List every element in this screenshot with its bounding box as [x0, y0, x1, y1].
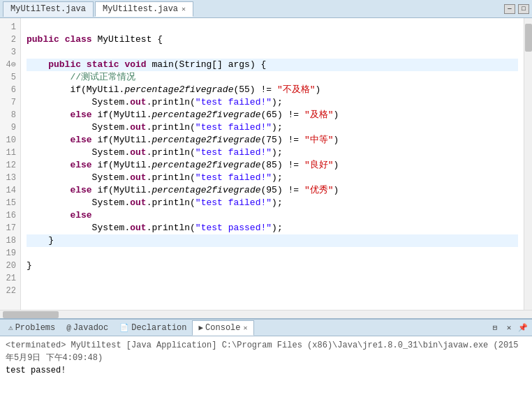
console-icon: ▶: [198, 323, 203, 332]
console-output-area: <terminated> MyUtiltest [Java Applicatio…: [0, 336, 532, 404]
scrollbar-thumb[interactable]: [525, 24, 532, 52]
code-line-20: }: [27, 260, 518, 272]
pin-button[interactable]: 📌: [517, 322, 529, 334]
javadoc-icon: @: [66, 324, 71, 332]
tab-label-1: MyUtilTest.java: [10, 4, 86, 14]
tab-problems[interactable]: ⚠ Problems: [3, 320, 61, 336]
code-editor[interactable]: public class MyUtiltest { public static …: [21, 18, 524, 310]
window-controls: — □: [504, 4, 529, 14]
vertical-scrollbar[interactable]: [524, 18, 532, 310]
tab-label-2: MyUtiltest.java: [103, 4, 178, 14]
code-line-16: else: [27, 209, 518, 222]
declaration-label: Declaration: [131, 323, 186, 333]
scrollbar-h-thumb[interactable]: [3, 311, 59, 318]
code-line-18: }: [27, 234, 518, 247]
code-line-11: System.out.println("test failed!");: [27, 147, 518, 159]
javadoc-label: Javadoc: [73, 323, 108, 333]
console-tab-close[interactable]: ✕: [244, 324, 248, 332]
code-line-1: [27, 21, 518, 33]
tab-javadoc[interactable]: @ Javadoc: [61, 320, 114, 336]
code-line-19: [27, 247, 518, 260]
line-numbers: 1 2 3 4⊜ 5 6 7 8 9 10 11 12 13 14 15 16 …: [0, 18, 21, 310]
code-line-7: System.out.println("test failed!");: [27, 96, 518, 109]
bottom-tab-bar: ⚠ Problems @ Javadoc 📄 Declaration ▶ Con…: [0, 320, 532, 336]
code-line-5: //测试正常情况: [27, 71, 518, 84]
code-line-12: else if(MyUtil.percentage2fivegrade(85) …: [27, 159, 518, 172]
editor-area: 1 2 3 4⊜ 5 6 7 8 9 10 11 12 13 14 15 16 …: [0, 18, 532, 310]
declaration-icon: 📄: [119, 323, 129, 332]
console-output-text: test passed!: [6, 364, 526, 377]
console-label: Console: [205, 323, 240, 333]
minimize-button[interactable]: —: [504, 4, 515, 14]
problems-label: Problems: [15, 323, 56, 333]
bottom-panel: ⚠ Problems @ Javadoc 📄 Declaration ▶ Con…: [0, 318, 532, 404]
tab-console[interactable]: ▶ Console ✕: [192, 320, 253, 336]
code-line-10: else if(MyUtil.percentage2fivegrade(75) …: [27, 134, 518, 147]
code-line-21: [27, 272, 518, 285]
code-line-17: System.out.println("test passed!");: [27, 222, 518, 234]
console-status-line: <terminated> MyUtiltest [Java Applicatio…: [6, 339, 526, 364]
tab-declaration[interactable]: 📄 Declaration: [114, 320, 192, 336]
title-bar: MyUtilTest.java MyUtiltest.java ✕ — □: [0, 0, 532, 18]
code-line-6: if(MyUtil.percentage2fivegrade(55) != "不…: [27, 84, 518, 96]
code-line-9: System.out.println("test failed!");: [27, 121, 518, 134]
tab-close-icon[interactable]: ✕: [182, 5, 186, 13]
code-line-22: [27, 285, 518, 297]
code-line-8: else if(MyUtil.percentage2fivegrade(65) …: [27, 109, 518, 121]
scrollbar-h-track[interactable]: [0, 311, 524, 318]
maximize-button[interactable]: □: [518, 4, 529, 14]
horizontal-scrollbar[interactable]: [0, 310, 532, 318]
code-line-3: [27, 46, 518, 59]
code-line-13: System.out.println("test failed!");: [27, 172, 518, 184]
code-line-14: else if(MyUtil.percentage2fivegrade(95) …: [27, 184, 518, 197]
code-line-15: System.out.println("test failed!");: [27, 197, 518, 209]
problems-icon: ⚠: [8, 323, 13, 332]
tab-myutiltest-2[interactable]: MyUtiltest.java ✕: [95, 1, 193, 17]
code-line-4: public static void main(String[] args) {: [27, 59, 518, 71]
clear-button[interactable]: ✕: [503, 322, 515, 334]
copy-button[interactable]: ⊟: [489, 322, 501, 334]
console-actions: ⊟ ✕ 📌: [489, 322, 529, 334]
code-line-2: public class MyUtiltest {: [27, 33, 518, 46]
scrollbar-h-end: [524, 311, 532, 319]
tab-myutiltest-1[interactable]: MyUtilTest.java: [3, 1, 94, 17]
